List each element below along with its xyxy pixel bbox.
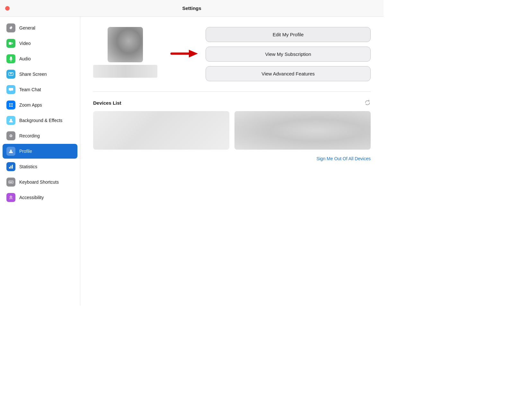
svg-rect-19 bbox=[12, 165, 13, 169]
red-arrow bbox=[170, 47, 199, 62]
title-bar: Settings bbox=[0, 0, 384, 17]
devices-header: Devices List bbox=[93, 100, 371, 106]
sidebar-item-general[interactable]: General bbox=[3, 21, 77, 35]
sidebar-label-accessibility: Accessibility bbox=[19, 195, 44, 200]
svg-point-25 bbox=[11, 196, 12, 197]
sidebar-label-team-chat: Team Chat bbox=[19, 87, 41, 92]
profile-icon bbox=[6, 147, 15, 156]
content-area: Edit My Profile View My Subscription Vie… bbox=[80, 17, 384, 306]
background-effects-icon bbox=[6, 116, 15, 125]
device-item-2 bbox=[234, 111, 371, 150]
sidebar-item-audio[interactable]: Audio bbox=[3, 51, 77, 66]
close-button[interactable] bbox=[5, 6, 10, 11]
svg-rect-22 bbox=[11, 181, 11, 182]
share-screen-icon bbox=[6, 70, 15, 79]
svg-rect-18 bbox=[11, 166, 12, 169]
sidebar-item-accessibility[interactable]: Accessibility bbox=[3, 190, 77, 205]
svg-rect-23 bbox=[12, 181, 12, 182]
statistics-icon bbox=[6, 162, 15, 171]
devices-section: Devices List Sign Me Out Of All Devices bbox=[93, 100, 371, 161]
accessibility-icon bbox=[6, 193, 15, 202]
sidebar-label-profile: Profile bbox=[19, 149, 32, 154]
svg-rect-20 bbox=[9, 181, 13, 183]
sidebar-item-keyboard-shortcuts[interactable]: Keyboard Shortcuts bbox=[3, 175, 77, 189]
svg-rect-24 bbox=[9, 182, 12, 183]
svg-point-15 bbox=[10, 135, 12, 136]
sidebar-label-video: Video bbox=[19, 41, 31, 46]
svg-rect-1 bbox=[9, 42, 12, 45]
section-divider bbox=[93, 92, 371, 92]
sidebar-label-background-effects: Background & Effects bbox=[19, 118, 62, 123]
general-icon bbox=[6, 23, 15, 32]
audio-icon bbox=[6, 54, 15, 63]
sidebar-label-recording: Recording bbox=[19, 133, 40, 138]
sidebar-label-share-screen: Share Screen bbox=[19, 72, 47, 77]
profile-info-blur bbox=[93, 65, 157, 78]
keyboard-shortcuts-icon bbox=[6, 178, 15, 187]
view-advanced-features-button[interactable]: View Advanced Features bbox=[206, 66, 371, 81]
profile-avatar bbox=[108, 27, 143, 62]
zoom-apps-icon bbox=[6, 101, 15, 109]
svg-rect-17 bbox=[9, 167, 10, 169]
svg-marker-27 bbox=[189, 50, 198, 57]
sidebar-label-general: General bbox=[19, 25, 35, 31]
sign-out-all-devices-link[interactable]: Sign Me Out Of All Devices bbox=[93, 156, 371, 161]
device-item-1 bbox=[93, 111, 229, 150]
profile-buttons: Edit My Profile View My Subscription Vie… bbox=[206, 27, 371, 81]
profile-avatar-area bbox=[93, 27, 157, 78]
edit-my-profile-button[interactable]: Edit My Profile bbox=[206, 27, 371, 42]
sidebar-item-recording[interactable]: Recording bbox=[3, 128, 77, 143]
sidebar-label-keyboard-shortcuts: Keyboard Shortcuts bbox=[19, 179, 59, 185]
svg-rect-21 bbox=[9, 181, 10, 182]
main-layout: General Video Audio bbox=[0, 17, 384, 306]
video-icon bbox=[6, 39, 15, 48]
sidebar-item-zoom-apps[interactable]: Zoom Apps bbox=[3, 98, 77, 112]
sidebar-item-team-chat[interactable]: Team Chat bbox=[3, 82, 77, 97]
view-my-subscription-button[interactable]: View My Subscription bbox=[206, 47, 371, 62]
sidebar: General Video Audio bbox=[0, 17, 80, 306]
sidebar-item-background-effects[interactable]: Background & Effects bbox=[3, 113, 77, 128]
devices-list bbox=[93, 111, 371, 150]
sidebar-label-zoom-apps: Zoom Apps bbox=[19, 102, 42, 108]
sidebar-label-audio: Audio bbox=[19, 56, 31, 61]
svg-point-16 bbox=[10, 150, 12, 151]
sidebar-item-share-screen[interactable]: Share Screen bbox=[3, 67, 77, 82]
sidebar-label-statistics: Statistics bbox=[19, 164, 37, 169]
sidebar-item-profile[interactable]: Profile bbox=[3, 144, 77, 159]
team-chat-icon bbox=[6, 85, 15, 94]
sidebar-item-statistics[interactable]: Statistics bbox=[3, 159, 77, 174]
devices-title: Devices List bbox=[93, 100, 121, 106]
profile-arrow-buttons: Edit My Profile View My Subscription Vie… bbox=[170, 27, 371, 81]
refresh-icon[interactable] bbox=[364, 100, 371, 106]
profile-section: Edit My Profile View My Subscription Vie… bbox=[93, 27, 371, 81]
sidebar-item-video[interactable]: Video bbox=[3, 36, 77, 51]
window-title: Settings bbox=[182, 5, 201, 11]
recording-icon bbox=[6, 131, 15, 140]
